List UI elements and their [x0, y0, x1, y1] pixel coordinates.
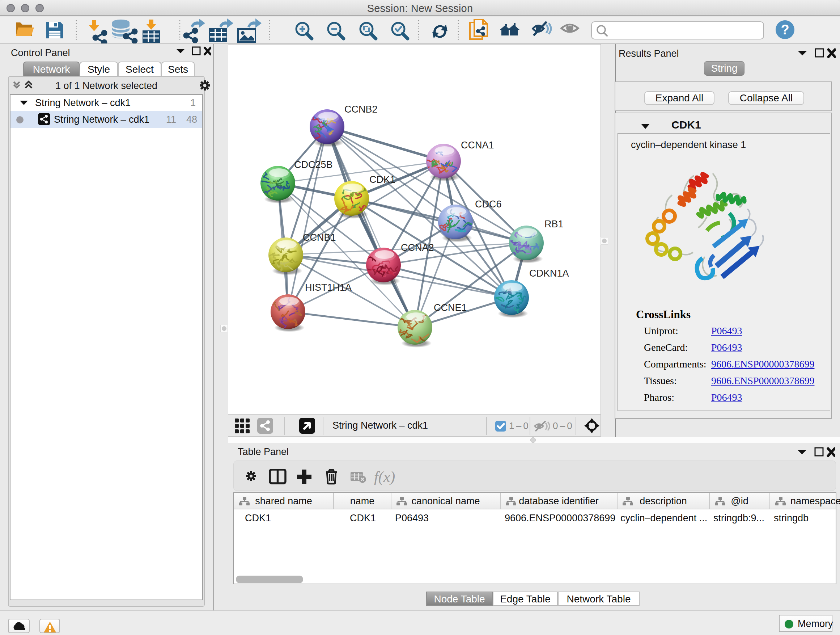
svg-text:CDKN1A: CDKN1A: [529, 268, 569, 279]
svg-text:CDK1: CDK1: [369, 174, 395, 185]
svg-text:CCNA1: CCNA1: [461, 140, 494, 150]
svg-text:CCNA2: CCNA2: [401, 242, 434, 253]
svg-text:HIST1H1A: HIST1H1A: [305, 282, 352, 293]
svg-text:CCNB1: CCNB1: [303, 232, 336, 243]
svg-text:f(x): f(x): [374, 469, 395, 485]
svg-text:?: ?: [781, 22, 789, 37]
svg-text:CDC6: CDC6: [475, 199, 502, 210]
svg-text:CDC25B: CDC25B: [294, 159, 333, 170]
svg-text:RB1: RB1: [545, 219, 564, 230]
svg-text:CCNE1: CCNE1: [434, 302, 467, 313]
svg-text:CCNB2: CCNB2: [344, 104, 378, 115]
